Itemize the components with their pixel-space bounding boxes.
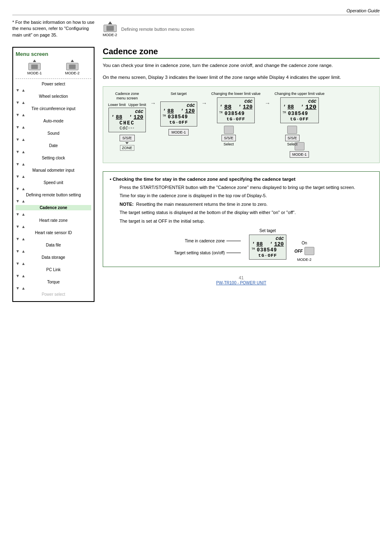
menu-item-label: Wheel selection — [39, 94, 68, 99]
menu-sidebar: Menu screen MODE-1 MODE-2 — [12, 47, 95, 302]
mode2-icon-sidebar: MODE-2 — [65, 60, 79, 75]
operation-guide-header: Operation Guide — [12, 8, 380, 15]
off-label: OFF — [295, 249, 303, 253]
set-target-label: Set target — [171, 92, 187, 96]
section-desc1: You can check your time in cadence zone,… — [103, 62, 380, 69]
menu-item-speed: Speed unit — [16, 179, 91, 186]
sse-btn-4[interactable]: S/S/E — [285, 135, 300, 141]
note-text-3: The target setting status is displayed a… — [120, 209, 373, 216]
note-text-2: Time for stay in the cadence zone is dis… — [120, 192, 373, 199]
note-line: NOTE: Resetting the main measurement ret… — [120, 201, 373, 208]
mode2-label-top: MODE-2 — [103, 33, 117, 37]
menu-item-hr-sensor: Heart rate sensor ID — [16, 229, 91, 236]
menu-item-wheel: Wheel selection — [16, 93, 91, 100]
menu-item-datafile: Data file — [16, 242, 91, 249]
mode1-button-diagram[interactable]: MODE-1 — [168, 129, 189, 136]
menu-item-cadence: Cadence zone — [16, 204, 91, 212]
menu-item-label: Tire circumference input — [32, 106, 76, 111]
lcd-screen-2: CdC '88 '120 TM 038549 tG·OFF — [160, 101, 197, 127]
lower-limit-change-label: Changing the lower limit value — [211, 92, 261, 96]
mode1-icon: MODE-1 — [27, 60, 42, 75]
menu-item-label: Heart rate sensor ID — [35, 230, 72, 235]
menu-item-cadence-label: Cadence zone — [16, 205, 91, 210]
mode2-desc: Defining remote button menu screen — [121, 27, 194, 32]
menu-item-datastorage: Data storage — [16, 254, 91, 261]
menu-item-clock: Setting clock — [16, 154, 91, 161]
menu-item-power-select-1: Power select — [16, 81, 91, 88]
menu-item-odometer: Manual odometer input — [16, 167, 91, 174]
menu-item-heartrate: Heart rate zone — [16, 217, 91, 224]
select-label-3: Select — [224, 142, 234, 146]
screen-set-target: Set target CdC '88 '120 TM 038549 tG·OFF… — [160, 92, 197, 136]
menu-item-label: Defining remote button setting — [26, 193, 81, 197]
note-box: • Checking the time for stay in the cade… — [103, 171, 380, 267]
mode2-label-sidebar: MODE-2 — [65, 71, 79, 75]
note-text-4: The target is set at OFF in the initial … — [120, 218, 373, 225]
arrow-2: → — [201, 92, 207, 106]
mode1-btn-bottom[interactable]: MODE-1 — [290, 151, 309, 158]
menu-item-sound: Sound — [16, 130, 91, 137]
menu-item-date: Date — [16, 142, 91, 149]
menu-item-auto: Auto-mode — [16, 117, 91, 124]
target-label: Target setting status (on/off) — [174, 251, 241, 255]
note-text-1: Press the START/STOP/ENTER button with t… — [120, 184, 373, 191]
cadence-diagram: Cadence zonemenu screen Lower limit Uppe… — [103, 86, 380, 163]
arrow-3: → — [265, 92, 270, 106]
set-taget-label-top: Set taget — [259, 228, 276, 233]
menu-item-label: Speed unit — [44, 180, 63, 185]
menu-item-pclink: PC Link — [16, 266, 91, 273]
zone-button[interactable]: S/S/E — [120, 135, 135, 141]
mode2-icon-top: MODE-2 — [103, 21, 117, 37]
menu-item-label: PC Link — [46, 267, 60, 272]
menu-item-label: Data file — [46, 243, 61, 247]
section-title: Cadence zone — [103, 47, 380, 59]
menu-item-label: Data storage — [42, 255, 65, 260]
menu-item-torque: Torque — [16, 279, 91, 286]
header-title: Operation Guide — [346, 8, 380, 13]
menu-item-label: Power select — [42, 292, 65, 297]
upper-limit-change-label: Changing the upper limit value — [274, 92, 325, 96]
lcd-screen-4: CdC '88 '120 TM 038549 tG·OFF — [280, 97, 319, 123]
menu-item-label: Power select — [42, 82, 65, 86]
zone-label: ZONE — [120, 145, 134, 151]
page-footer: 41 PW-TR100 - POWER UNIT — [103, 275, 380, 285]
menu-items-list: Power select ▼▲ Wheel selection ▼▲ Tire … — [16, 81, 91, 298]
menu-item-remote: Defining remote button setting — [16, 191, 91, 198]
menu-item-tire: Tire circumference input — [16, 105, 91, 112]
menu-item-label: Torque — [47, 280, 60, 284]
menu-item-label: Date — [49, 143, 58, 148]
main-content: Cadence zone You can check your time in … — [103, 47, 380, 302]
menu-item-label: Sound — [48, 131, 60, 136]
lower-limit-label: Lower limit — [108, 103, 126, 107]
on-label: On — [302, 241, 307, 245]
screen-upper-limit: Changing the upper limit value CdC '88 '… — [274, 92, 325, 158]
menu-item-power-select-2: Power select — [16, 291, 91, 298]
select-label-4: Select — [287, 142, 297, 146]
sse-btn-3[interactable]: S/S/E — [221, 135, 236, 141]
menu-item-label: Heart rate zone — [39, 218, 68, 223]
mode2-label-note: MODE-2 — [297, 258, 311, 262]
arrow-1: → — [150, 92, 156, 106]
screen-lower-limit: Changing the lower limit value CdC '88 '… — [211, 92, 261, 126]
menu-item-label: Setting clock — [42, 156, 65, 160]
set-target-diagram: Time in cadence zone Target setting stat… — [115, 228, 373, 262]
mode1-label: MODE-1 — [27, 71, 42, 75]
note-reset-text: Resetting the main measurement returns t… — [136, 202, 267, 207]
upper-limit-label: Upper limit — [129, 103, 146, 107]
mode-icons-row: MODE-1 MODE-2 — [16, 60, 91, 75]
screen-cadence-zone-menu: Cadence zonemenu screen Lower limit Uppe… — [108, 92, 146, 151]
menu-item-label: Auto-mode — [44, 119, 64, 123]
note-keyword: NOTE: — [120, 202, 134, 207]
lcd-screen-3: CdC '88 '120 TM 038549 tG·OFF — [217, 97, 255, 123]
lcd-screen-1: CdC '88 '120 CHEC CdCᵒᵐᵉ — [108, 108, 145, 132]
page-number: 41 — [103, 275, 380, 280]
section-desc2: On the menu screen, Display 3 indicates … — [103, 74, 380, 81]
top-note: * For the basic information on how to us… — [12, 19, 95, 38]
note-bullet: • Checking the time for stay in the cade… — [110, 177, 373, 182]
menu-item-label: Manual odometer input — [32, 168, 74, 173]
footer-link[interactable]: PW-TR100 - POWER UNIT — [216, 281, 266, 285]
menu-sidebar-title: Menu screen — [16, 51, 91, 57]
time-label: Time in cadence zone — [185, 239, 241, 243]
lcd-note-screen: CdC '88 '120 TM 038549 tG·OFF — [249, 235, 286, 260]
